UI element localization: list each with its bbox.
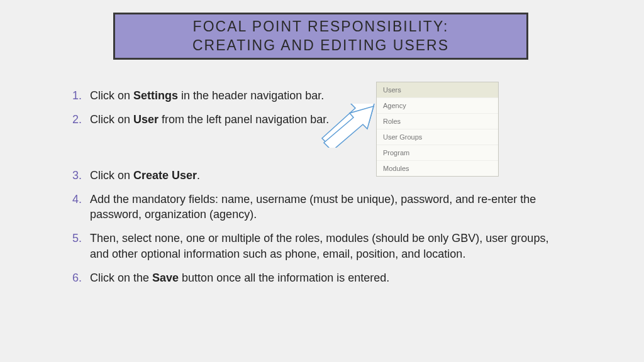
- step-number: 5.: [72, 231, 90, 246]
- step-text: Then, select none, one or multiple of th…: [90, 231, 550, 261]
- menu-item-user-groups: User Groups: [377, 129, 498, 145]
- step-number: 3.: [72, 168, 90, 183]
- menu-item-modules: Modules: [377, 161, 498, 176]
- menu-item-program: Program: [377, 145, 498, 161]
- title-line1: FOCAL POINT RESPONSIBILITY:: [193, 18, 449, 35]
- step-number: 4.: [72, 192, 90, 207]
- step-text: Add the mandatory fields: name, username…: [90, 192, 550, 222]
- step-number: 2.: [72, 112, 90, 127]
- menu-item-roles: Roles: [377, 114, 498, 129]
- step-number: 1.: [72, 88, 90, 103]
- menu-item-users: Users: [377, 82, 498, 98]
- slide-title: FOCAL POINT RESPONSIBILITY: CREATING AND…: [192, 18, 449, 55]
- title-line2: CREATING AND EDITING USERS: [192, 37, 449, 53]
- menu-item-agency: Agency: [377, 98, 498, 114]
- title-box: FOCAL POINT RESPONSIBILITY: CREATING AND…: [113, 13, 528, 60]
- step-text: Click on the Save button once all the in…: [90, 270, 550, 285]
- nav-menu-screenshot: Users Agency Roles User Groups Program M…: [376, 82, 499, 177]
- step-5: 5. Then, select none, one or multiple of…: [72, 231, 550, 261]
- step-4: 4. Add the mandatory fields: name, usern…: [72, 192, 550, 222]
- step-6: 6. Click on the Save button once all the…: [72, 270, 550, 285]
- step-number: 6.: [72, 270, 90, 285]
